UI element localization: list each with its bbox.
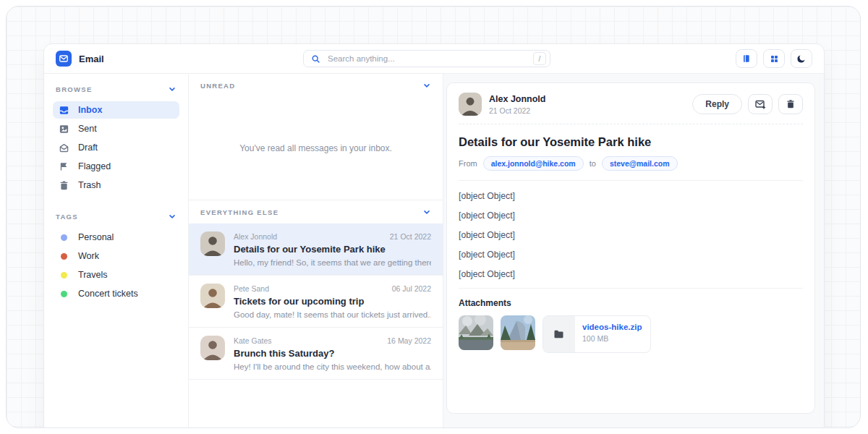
sidebar-item-label: Trash xyxy=(78,180,101,190)
search-bar[interactable]: / xyxy=(303,50,550,67)
tag-label: Travels xyxy=(78,270,108,280)
email-list-item[interactable]: Alex Jonnold 21 Oct 2022 Details for our… xyxy=(189,224,443,276)
tag-color-dot xyxy=(61,253,67,260)
sidebar-item-trash[interactable]: Trash xyxy=(53,176,179,194)
trash-icon xyxy=(59,180,69,191)
tag-label: Personal xyxy=(78,232,114,242)
email-date: 21 Oct 2022 xyxy=(390,232,431,241)
dark-mode-toggle[interactable] xyxy=(791,49,812,68)
email-subject: Tickets for our upcoming trip xyxy=(234,296,431,307)
email-list-column: UNREAD You've read all messages in your … xyxy=(189,74,443,428)
tags-heading: TAGS xyxy=(56,213,78,221)
app-title: Email xyxy=(79,54,104,64)
book-icon xyxy=(741,54,752,64)
delete-button[interactable] xyxy=(778,94,803,114)
email-preview: Hello, my friend! So, it seems that we a… xyxy=(234,258,431,267)
reader-addresses: From alex.jonnold@hike.com to steve@mail… xyxy=(459,156,803,171)
sidebar-item-sent[interactable]: Sent xyxy=(53,120,179,137)
email-subject: Brunch this Saturday? xyxy=(234,348,431,359)
unread-empty-state: You've read all messages in your inbox. xyxy=(189,97,443,200)
sender-avatar xyxy=(200,336,225,360)
apps-grid-button[interactable] xyxy=(763,49,785,68)
email-body-paragraph: [object Object] xyxy=(459,249,803,261)
file-name-link[interactable]: videos-hike.zip xyxy=(582,323,642,331)
email-body-paragraph: [object Object] xyxy=(459,229,803,242)
mail-plus-icon xyxy=(754,98,766,110)
grid-icon xyxy=(770,54,779,64)
to-address-pill[interactable]: steve@mail.com xyxy=(602,156,678,171)
moon-icon xyxy=(796,54,807,64)
file-size: 100 MB xyxy=(582,334,642,343)
trash-icon xyxy=(786,99,796,109)
reader-sender-name: Alex Jonnold xyxy=(489,94,545,104)
sender-avatar xyxy=(200,284,225,308)
from-address-pill[interactable]: alex.jonnold@hike.com xyxy=(483,156,584,171)
app-header: Email / xyxy=(44,44,824,74)
to-label: to xyxy=(590,159,596,168)
tag-color-dot xyxy=(61,291,67,297)
attachments-heading: Attachments xyxy=(459,298,803,308)
everything-else-heading: EVERYTHING ELSE xyxy=(200,208,278,216)
mark-unread-button[interactable] xyxy=(748,94,773,114)
reader-actions: Reply xyxy=(692,94,803,114)
tags-section-header: TAGS xyxy=(53,208,179,224)
email-sender: Alex Jonnold xyxy=(234,232,277,241)
page-background-frame: Email / xyxy=(6,6,861,428)
email-app-window: Email / xyxy=(43,43,825,428)
tag-color-dot xyxy=(61,234,67,241)
divider xyxy=(459,288,803,289)
chevron-down-icon[interactable] xyxy=(422,81,431,90)
app-brand: Email xyxy=(56,51,197,67)
reading-list-button[interactable] xyxy=(736,49,757,68)
email-list: Alex Jonnold 21 Oct 2022 Details for our… xyxy=(189,224,443,380)
tag-label: Concert tickets xyxy=(78,289,138,299)
sidebar-tag-item[interactable]: Concert tickets xyxy=(53,285,179,302)
header-actions xyxy=(736,49,812,68)
email-sender: Kate Gates xyxy=(234,336,272,345)
draft-icon xyxy=(59,142,69,153)
reader-date: 21 Oct 2022 xyxy=(489,106,545,115)
sidebar-item-inbox[interactable]: Inbox xyxy=(53,101,179,119)
sidebar-item-label: Sent xyxy=(78,124,97,134)
email-body-paragraph: [object Object] xyxy=(459,268,803,281)
email-list-item[interactable]: Pete Sand 06 Jul 2022 Tickets for our up… xyxy=(189,276,443,328)
email-logo-icon xyxy=(56,51,72,67)
tag-color-dot xyxy=(61,272,67,278)
chevron-down-icon[interactable] xyxy=(168,85,176,93)
sidebar-tag-item[interactable]: Personal xyxy=(53,229,179,246)
attachment-image-half-dome[interactable] xyxy=(501,315,535,350)
tag-label: Work xyxy=(78,251,99,261)
unread-section-header: UNREAD xyxy=(189,74,443,97)
browse-section-header: BROWSE xyxy=(53,81,179,97)
email-sender: Pete Sand xyxy=(234,284,269,293)
sidebar-tag-item[interactable]: Travels xyxy=(53,266,179,284)
email-body: [object Object] [object Object] [object … xyxy=(459,190,803,281)
email-preview: Hey! I'll be around the city this weeken… xyxy=(234,362,431,371)
attachment-image-yosemite-valley[interactable] xyxy=(459,315,493,350)
search-shortcut-key: / xyxy=(533,52,546,65)
reply-button[interactable]: Reply xyxy=(692,94,742,114)
sidebar-item-draft[interactable]: Draft xyxy=(53,139,179,156)
email-body-paragraph: [object Object] xyxy=(459,190,803,203)
sent-icon xyxy=(59,124,69,135)
attachment-file-card[interactable]: videos-hike.zip 100 MB xyxy=(542,315,651,353)
sidebar-item-flagged[interactable]: Flagged xyxy=(53,158,179,175)
reader-sender-block: Alex Jonnold 21 Oct 2022 xyxy=(489,94,545,115)
reader-subject: Details for our Yosemite Park hike xyxy=(459,135,803,149)
email-subject: Details for our Yosemite Park hike xyxy=(234,244,431,255)
email-preview: Good day, mate! It seems that our ticket… xyxy=(234,310,431,319)
email-list-item[interactable]: Kate Gates 16 May 2022 Brunch this Satur… xyxy=(189,328,443,380)
sidebar-tag-item[interactable]: Work xyxy=(53,247,179,265)
divider xyxy=(459,180,803,181)
file-info: videos-hike.zip 100 MB xyxy=(575,316,649,352)
chevron-down-icon[interactable] xyxy=(422,208,431,216)
sender-avatar xyxy=(459,93,482,116)
attachments-row: videos-hike.zip 100 MB xyxy=(459,315,803,353)
email-date: 16 May 2022 xyxy=(387,336,431,345)
sender-avatar xyxy=(200,231,225,256)
main-content: BROWSE Inbox xyxy=(44,74,824,428)
email-reader-card: Alex Jonnold 21 Oct 2022 Reply xyxy=(446,82,815,414)
search-input[interactable] xyxy=(326,54,527,64)
chevron-down-icon[interactable] xyxy=(168,212,176,221)
flag-icon xyxy=(59,161,69,172)
